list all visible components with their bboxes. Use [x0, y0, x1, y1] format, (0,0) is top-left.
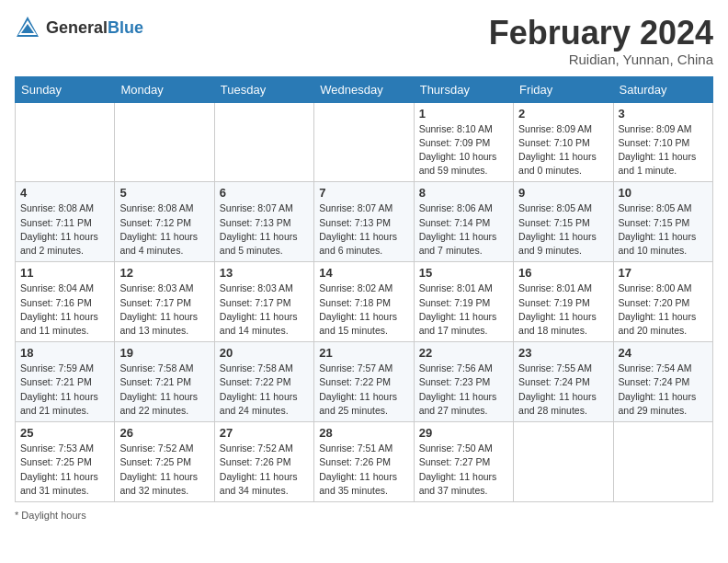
day-number: 8	[419, 186, 508, 200]
calendar-cell: 1Sunrise: 8:10 AMSunset: 7:09 PMDaylight…	[414, 102, 513, 182]
day-info: Sunrise: 8:08 AMSunset: 7:11 PMDaylight:…	[20, 201, 109, 258]
footer-note-text: Daylight hours	[21, 510, 85, 521]
day-number: 11	[20, 266, 109, 280]
calendar-cell: 12Sunrise: 8:03 AMSunset: 7:17 PMDayligh…	[115, 262, 214, 342]
day-number: 1	[419, 107, 508, 121]
calendar-cell: 23Sunrise: 7:55 AMSunset: 7:24 PMDayligh…	[514, 342, 613, 422]
day-number: 23	[518, 346, 608, 360]
day-number: 3	[619, 107, 708, 121]
calendar-cell: 4Sunrise: 8:08 AMSunset: 7:11 PMDaylight…	[16, 182, 115, 262]
calendar-cell: 18Sunrise: 7:59 AMSunset: 7:21 PMDayligh…	[16, 342, 115, 422]
day-number: 7	[319, 186, 408, 200]
calendar-cell: 22Sunrise: 7:56 AMSunset: 7:23 PMDayligh…	[414, 342, 513, 422]
calendar-cell: 11Sunrise: 8:04 AMSunset: 7:16 PMDayligh…	[16, 262, 115, 342]
day-number: 20	[220, 346, 309, 360]
day-header-saturday: Saturday	[613, 76, 712, 102]
day-number: 24	[619, 346, 708, 360]
day-info: Sunrise: 8:07 AMSunset: 7:13 PMDaylight:…	[220, 201, 309, 258]
day-info: Sunrise: 8:05 AMSunset: 7:15 PMDaylight:…	[619, 201, 708, 258]
calendar-title: February 2024	[489, 15, 713, 52]
day-number: 25	[20, 426, 109, 440]
day-number: 29	[419, 426, 508, 440]
day-info: Sunrise: 7:59 AMSunset: 7:21 PMDaylight:…	[20, 362, 109, 418]
day-info: Sunrise: 7:56 AMSunset: 7:23 PMDaylight:…	[419, 362, 508, 418]
calendar-cell: 20Sunrise: 7:58 AMSunset: 7:22 PMDayligh…	[214, 342, 313, 422]
calendar-subtitle: Ruidian, Yunnan, China	[489, 52, 713, 67]
day-number: 19	[119, 346, 209, 360]
day-info: Sunrise: 7:54 AMSunset: 7:24 PMDaylight:…	[619, 362, 708, 418]
day-info: Sunrise: 8:02 AMSunset: 7:18 PMDaylight:…	[319, 282, 408, 338]
calendar-cell: 3Sunrise: 8:09 AMSunset: 7:10 PMDaylight…	[613, 102, 712, 182]
day-info: Sunrise: 8:07 AMSunset: 7:13 PMDaylight:…	[319, 201, 408, 258]
day-number: 13	[220, 266, 309, 280]
day-number: 15	[419, 266, 508, 280]
calendar-cell	[214, 102, 313, 182]
day-number: 16	[518, 266, 608, 280]
calendar-week-row: 18Sunrise: 7:59 AMSunset: 7:21 PMDayligh…	[16, 342, 713, 422]
day-header-sunday: Sunday	[16, 76, 115, 102]
day-info: Sunrise: 8:06 AMSunset: 7:14 PMDaylight:…	[419, 201, 508, 258]
day-number: 10	[619, 186, 708, 200]
day-number: 26	[119, 426, 209, 440]
day-header-thursday: Thursday	[414, 76, 513, 102]
calendar-cell: 14Sunrise: 8:02 AMSunset: 7:18 PMDayligh…	[314, 262, 414, 342]
day-info: Sunrise: 7:51 AMSunset: 7:26 PMDaylight:…	[319, 442, 408, 498]
calendar-cell: 7Sunrise: 8:07 AMSunset: 7:13 PMDaylight…	[314, 182, 414, 262]
day-info: Sunrise: 8:08 AMSunset: 7:12 PMDaylight:…	[119, 201, 209, 258]
day-number: 21	[319, 346, 408, 360]
calendar-cell	[514, 422, 613, 502]
day-info: Sunrise: 8:09 AMSunset: 7:10 PMDaylight:…	[518, 122, 608, 178]
calendar-cell: 25Sunrise: 7:53 AMSunset: 7:25 PMDayligh…	[16, 422, 115, 502]
calendar-header-row: SundayMondayTuesdayWednesdayThursdayFrid…	[16, 76, 713, 102]
day-info: Sunrise: 7:52 AMSunset: 7:26 PMDaylight:…	[220, 442, 309, 498]
calendar-cell	[115, 102, 214, 182]
day-number: 28	[319, 426, 408, 440]
day-number: 5	[119, 186, 209, 200]
calendar-cell: 6Sunrise: 8:07 AMSunset: 7:13 PMDaylight…	[214, 182, 313, 262]
footer-note: * Daylight hours	[15, 510, 713, 521]
day-info: Sunrise: 8:05 AMSunset: 7:15 PMDaylight:…	[518, 201, 608, 258]
calendar-cell: 8Sunrise: 8:06 AMSunset: 7:14 PMDaylight…	[414, 182, 513, 262]
day-info: Sunrise: 7:58 AMSunset: 7:22 PMDaylight:…	[220, 362, 309, 418]
day-info: Sunrise: 8:00 AMSunset: 7:20 PMDaylight:…	[619, 282, 708, 338]
day-number: 27	[220, 426, 309, 440]
calendar-cell: 16Sunrise: 8:01 AMSunset: 7:19 PMDayligh…	[514, 262, 613, 342]
calendar-week-row: 1Sunrise: 8:10 AMSunset: 7:09 PMDaylight…	[16, 102, 713, 182]
day-info: Sunrise: 8:09 AMSunset: 7:10 PMDaylight:…	[619, 122, 708, 178]
calendar-cell: 27Sunrise: 7:52 AMSunset: 7:26 PMDayligh…	[214, 422, 313, 502]
day-info: Sunrise: 7:50 AMSunset: 7:27 PMDaylight:…	[419, 442, 508, 498]
calendar-table: SundayMondayTuesdayWednesdayThursdayFrid…	[15, 76, 713, 502]
calendar-cell: 2Sunrise: 8:09 AMSunset: 7:10 PMDaylight…	[514, 102, 613, 182]
title-area: February 2024 Ruidian, Yunnan, China	[489, 15, 713, 67]
day-info: Sunrise: 8:01 AMSunset: 7:19 PMDaylight:…	[419, 282, 508, 338]
logo-text-blue: Blue	[108, 18, 143, 37]
calendar-cell: 26Sunrise: 7:52 AMSunset: 7:25 PMDayligh…	[115, 422, 214, 502]
calendar-cell	[314, 102, 414, 182]
calendar-body: 1Sunrise: 8:10 AMSunset: 7:09 PMDaylight…	[16, 102, 713, 501]
calendar-cell: 15Sunrise: 8:01 AMSunset: 7:19 PMDayligh…	[414, 262, 513, 342]
day-number: 18	[20, 346, 109, 360]
day-number: 2	[518, 107, 608, 121]
calendar-cell: 5Sunrise: 8:08 AMSunset: 7:12 PMDaylight…	[115, 182, 214, 262]
logo-text-general: General	[46, 18, 108, 37]
calendar-cell: 21Sunrise: 7:57 AMSunset: 7:22 PMDayligh…	[314, 342, 414, 422]
calendar-cell: 10Sunrise: 8:05 AMSunset: 7:15 PMDayligh…	[613, 182, 712, 262]
calendar-week-row: 25Sunrise: 7:53 AMSunset: 7:25 PMDayligh…	[16, 422, 713, 502]
calendar-cell: 17Sunrise: 8:00 AMSunset: 7:20 PMDayligh…	[613, 262, 712, 342]
day-number: 12	[119, 266, 209, 280]
logo: GeneralBlue	[15, 15, 143, 40]
day-info: Sunrise: 7:58 AMSunset: 7:21 PMDaylight:…	[119, 362, 209, 418]
day-header-monday: Monday	[115, 76, 214, 102]
calendar-cell: 29Sunrise: 7:50 AMSunset: 7:27 PMDayligh…	[414, 422, 513, 502]
day-info: Sunrise: 8:03 AMSunset: 7:17 PMDaylight:…	[119, 282, 209, 338]
day-info: Sunrise: 7:57 AMSunset: 7:22 PMDaylight:…	[319, 362, 408, 418]
header: GeneralBlue February 2024 Ruidian, Yunna…	[15, 15, 713, 67]
calendar-cell: 19Sunrise: 7:58 AMSunset: 7:21 PMDayligh…	[115, 342, 214, 422]
day-number: 4	[20, 186, 109, 200]
day-info: Sunrise: 7:53 AMSunset: 7:25 PMDaylight:…	[20, 442, 109, 498]
calendar-cell	[16, 102, 115, 182]
day-number: 14	[319, 266, 408, 280]
day-info: Sunrise: 8:04 AMSunset: 7:16 PMDaylight:…	[20, 282, 109, 338]
calendar-cell: 28Sunrise: 7:51 AMSunset: 7:26 PMDayligh…	[314, 422, 414, 502]
day-number: 9	[518, 186, 608, 200]
